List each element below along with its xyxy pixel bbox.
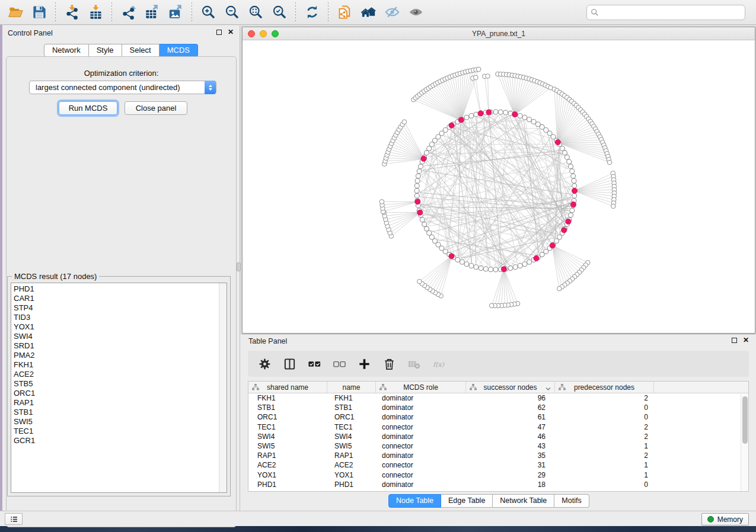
mcds-result-item[interactable]: ORC1 (11, 389, 219, 398)
add-column-icon[interactable] (353, 353, 375, 374)
table-row[interactable]: STB1STB1dominator620 (248, 403, 748, 412)
table-cell[interactable]: 0 (555, 413, 654, 421)
mcds-result-item[interactable]: STB1 (11, 408, 219, 417)
show-all-icon[interactable] (404, 2, 428, 23)
tab-network-table[interactable]: Network Table (493, 494, 554, 508)
import-table-icon[interactable] (84, 2, 107, 23)
table-cell[interactable]: ORC1 (248, 413, 327, 421)
open-file-icon[interactable] (4, 2, 27, 23)
column-header-predecessor-nodes[interactable]: predecessor nodes (555, 382, 654, 393)
table-cell[interactable]: YOX1 (327, 471, 376, 479)
refresh-icon[interactable] (300, 2, 324, 23)
chevron-down-icon[interactable] (546, 384, 551, 393)
table-cell[interactable]: 96 (466, 394, 555, 402)
table-cell[interactable]: ACE2 (327, 461, 376, 469)
table-cell[interactable]: connector (376, 423, 466, 431)
table-cell[interactable]: dominator (376, 480, 466, 489)
mcds-result-item[interactable]: STP4 (11, 303, 219, 313)
mcds-result-item[interactable]: SWI5 (11, 417, 219, 427)
table-row[interactable]: SWI5SWI5connector431 (248, 441, 748, 451)
table-cell[interactable]: 61 (466, 413, 555, 421)
float-panel-icon[interactable] (732, 338, 737, 343)
table-cell[interactable]: 0 (555, 480, 654, 489)
mcds-result-item[interactable]: CAR1 (11, 294, 219, 303)
table-cell[interactable]: connector (376, 471, 466, 479)
table-cell[interactable]: SWI5 (327, 442, 376, 450)
memory-button[interactable]: Memory (701, 513, 749, 525)
table-cell[interactable]: 1 (555, 461, 654, 469)
column-header-successor-nodes[interactable]: successor nodes (466, 382, 555, 393)
table-cell[interactable]: SWI5 (248, 442, 327, 450)
duplicate-network-icon[interactable] (333, 2, 356, 23)
mcds-result-item[interactable]: STB5 (11, 379, 219, 389)
table-cell[interactable]: 31 (466, 461, 555, 469)
table-cell[interactable]: ACE2 (248, 461, 327, 469)
table-cell[interactable]: RAP1 (248, 451, 327, 460)
table-cell[interactable]: TEC1 (248, 423, 327, 431)
network-canvas[interactable] (243, 40, 755, 333)
criterion-select[interactable]: largest connected component (undirected) (29, 81, 216, 94)
table-cell[interactable]: FKH1 (248, 394, 327, 402)
table-cell[interactable]: RAP1 (327, 451, 376, 460)
table-cell[interactable]: 35 (466, 451, 555, 460)
table-cell[interactable]: PHD1 (327, 480, 376, 489)
tab-select[interactable]: Select (122, 44, 160, 57)
table-cell[interactable]: dominator (376, 403, 466, 412)
mcds-result-list[interactable]: PHD1CAR1STP4TID3YOX1SWI4SRD1PMA2FKH1ACE2… (11, 283, 227, 493)
task-history-button[interactable] (5, 513, 23, 525)
table-cell[interactable]: 2 (555, 451, 654, 460)
mcds-result-item[interactable]: ACE2 (11, 370, 219, 379)
zoom-selected-icon[interactable] (267, 2, 291, 23)
mcds-result-item[interactable]: SWI4 (11, 332, 219, 341)
table-cell[interactable]: 0 (555, 403, 654, 412)
export-table-icon[interactable] (140, 2, 164, 23)
table-cell[interactable]: 1 (555, 471, 654, 479)
table-cell[interactable]: SWI4 (327, 432, 376, 441)
table-scrollbar-thumb[interactable] (742, 396, 748, 444)
tab-network[interactable]: Network (44, 44, 89, 57)
table-cell[interactable]: TEC1 (327, 423, 376, 431)
mcds-result-item[interactable]: FKH1 (11, 360, 219, 370)
table-row[interactable]: YOX1YOX1connector291 (248, 470, 748, 480)
mcds-result-item[interactable]: SRD1 (11, 341, 219, 351)
mcds-result-item[interactable]: PHD1 (11, 284, 219, 294)
table-cell[interactable]: ORC1 (327, 413, 376, 421)
table-row[interactable]: ORC1ORC1dominator610 (248, 412, 748, 422)
delete-columns-icon[interactable] (378, 353, 400, 374)
vertical-splitter-handle[interactable] (237, 262, 241, 271)
table-cell[interactable]: dominator (376, 432, 466, 441)
mcds-list-scrollbar[interactable] (219, 283, 227, 492)
mcds-result-item[interactable]: TEC1 (11, 427, 219, 436)
table-cell[interactable]: 1 (555, 442, 654, 450)
tab-motifs[interactable]: Motifs (554, 494, 589, 508)
table-cell[interactable]: PHD1 (248, 480, 327, 489)
table-row[interactable]: SWI4SWI4dominator462 (248, 432, 748, 441)
table-cell[interactable]: FKH1 (327, 394, 376, 402)
select-all-checkboxes-icon[interactable] (304, 353, 325, 374)
table-cell[interactable]: connector (376, 461, 466, 469)
table-cell[interactable]: connector (376, 442, 466, 450)
table-row[interactable]: ACE2ACE2connector311 (248, 460, 748, 470)
hide-selected-icon[interactable] (380, 2, 404, 23)
save-session-icon[interactable] (27, 2, 51, 23)
table-cell[interactable]: dominator (376, 413, 466, 421)
table-cell[interactable]: 18 (466, 480, 555, 489)
mcds-result-item[interactable]: YOX1 (11, 322, 219, 332)
settings-gear-icon[interactable] (254, 353, 275, 374)
table-cell[interactable]: 2 (555, 394, 654, 402)
float-panel-icon[interactable] (216, 30, 222, 35)
close-panel-icon[interactable]: ✕ (743, 338, 749, 343)
table-row[interactable]: RAP1RAP1dominator352 (248, 451, 748, 460)
table-cell[interactable]: 2 (555, 432, 654, 441)
run-mcds-button[interactable]: Run MCDS (59, 101, 117, 115)
tab-mcds[interactable]: MCDS (160, 44, 198, 57)
table-cell[interactable]: SWI4 (248, 432, 327, 441)
zoom-in-icon[interactable] (196, 2, 220, 23)
table-row[interactable]: TEC1TEC1connector472 (248, 422, 748, 432)
table-cell[interactable]: 2 (555, 423, 654, 431)
tab-node-table[interactable]: Node Table (388, 494, 441, 508)
tab-edge-table[interactable]: Edge Table (441, 494, 493, 508)
zoom-fit-icon[interactable] (244, 2, 267, 23)
table-cell[interactable]: 29 (466, 471, 555, 479)
table-cell[interactable]: dominator (376, 451, 466, 460)
